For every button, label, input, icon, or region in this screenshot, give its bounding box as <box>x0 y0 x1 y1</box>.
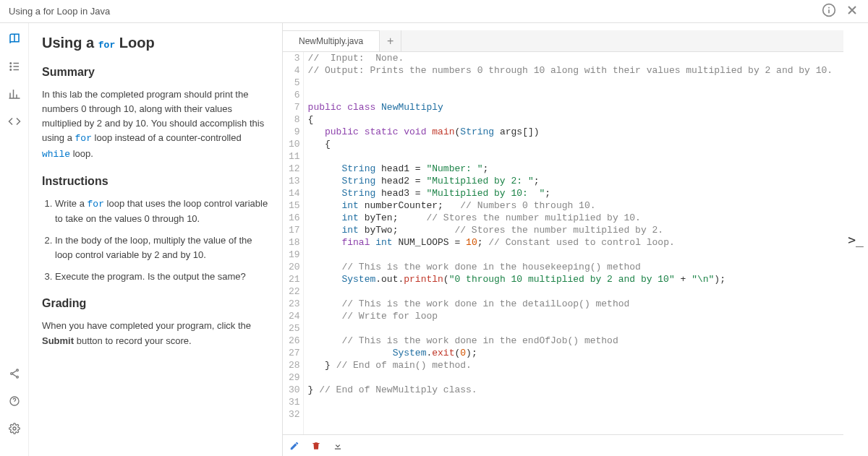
code-line[interactable]: // This is the work done in the housekee… <box>308 261 833 273</box>
summary-text: In this lab the completed program should… <box>42 87 269 162</box>
terminal-toggle-icon[interactable]: >_ <box>848 232 864 247</box>
line-number: 12 <box>289 163 300 175</box>
code-line[interactable] <box>308 408 833 421</box>
code-line[interactable]: // Input: None. <box>308 52 833 64</box>
line-number: 20 <box>289 261 300 273</box>
code-line[interactable]: int byTwo; // Stores the number multipli… <box>308 224 833 236</box>
instruction-step: Write a for loop that uses the loop cont… <box>55 197 269 226</box>
info-icon[interactable] <box>822 3 836 20</box>
line-number: 7 <box>289 101 300 113</box>
code-line[interactable] <box>308 77 833 89</box>
code-editor[interactable]: 3456789101112131415161718192021222324252… <box>283 52 843 434</box>
line-number: 17 <box>289 224 300 236</box>
code-line[interactable]: public static void main(String args[]) <box>308 126 833 138</box>
code-line[interactable]: // This is the work done in the endOfJob… <box>308 335 833 347</box>
svg-point-1 <box>10 63 12 64</box>
line-number: 3 <box>289 52 300 64</box>
code-line[interactable]: } // End of NewMultiply class. <box>308 384 833 396</box>
share-icon[interactable] <box>7 366 22 381</box>
code-line[interactable]: int byTen; // Stores the number multipli… <box>308 212 833 224</box>
line-number: 18 <box>289 236 300 249</box>
code-line[interactable]: final int NUM_LOOPS = 10; // Constant us… <box>308 236 833 249</box>
instructions-panel: Using a for Loop Summary In this lab the… <box>29 23 282 456</box>
line-number: 9 <box>289 126 300 138</box>
code-line[interactable]: // Write for loop <box>308 310 833 322</box>
code-line[interactable] <box>308 396 833 408</box>
list-icon[interactable] <box>7 59 22 74</box>
code-line[interactable]: System.out.println("0 through 10 multipl… <box>308 273 833 285</box>
code-line[interactable] <box>308 249 833 261</box>
editor-pane: NewMultiply.java + 345678910111213141516… <box>282 23 843 456</box>
edit-icon[interactable] <box>289 440 300 452</box>
grading-text: When you have completed your program, cl… <box>42 319 269 348</box>
line-number: 8 <box>289 113 300 126</box>
help-icon[interactable] <box>7 394 22 408</box>
svg-point-4 <box>16 369 18 371</box>
page-title: Using a for Loop in Java <box>9 6 110 17</box>
line-number: 23 <box>289 298 300 310</box>
line-number: 31 <box>289 396 300 408</box>
code-line[interactable]: int numberCounter; // Numbers 0 through … <box>308 199 833 212</box>
line-number: 19 <box>289 249 300 261</box>
code-line[interactable]: { <box>308 113 833 126</box>
line-number: 5 <box>289 77 300 89</box>
line-number: 6 <box>289 89 300 101</box>
svg-point-6 <box>16 376 18 378</box>
code-line[interactable]: String head3 = "Multiplied by 10: "; <box>308 187 833 199</box>
book-icon[interactable] <box>7 32 22 46</box>
line-number: 27 <box>289 347 300 359</box>
trash-icon[interactable] <box>310 440 322 452</box>
svg-point-2 <box>10 66 12 67</box>
code-line[interactable]: String head2 = "Multiplied by 2: "; <box>308 175 833 187</box>
add-tab-button[interactable]: + <box>380 30 401 51</box>
line-number: 15 <box>289 199 300 212</box>
code-icon[interactable] <box>7 114 22 129</box>
line-number: 16 <box>289 212 300 224</box>
code-line[interactable]: public class NewMultiply <box>308 101 833 113</box>
code-line[interactable]: // Output: Prints the numbers 0 through … <box>308 64 833 77</box>
line-number: 10 <box>289 138 300 150</box>
code-line[interactable] <box>308 150 833 163</box>
code-line[interactable]: { <box>308 138 833 150</box>
sidebar <box>0 23 29 456</box>
svg-point-5 <box>10 373 12 375</box>
line-number: 4 <box>289 64 300 77</box>
code-line[interactable]: // This is the work done in the detailLo… <box>308 298 833 310</box>
line-number: 29 <box>289 371 300 384</box>
line-number: 21 <box>289 273 300 285</box>
line-number: 28 <box>289 359 300 371</box>
code-line[interactable] <box>308 322 833 335</box>
code-line[interactable]: } // End of main() method. <box>308 359 833 371</box>
instruction-step: Execute the program. Is the output the s… <box>55 270 269 284</box>
code-line[interactable] <box>308 371 833 384</box>
summary-heading: Summary <box>42 66 269 79</box>
code-line[interactable] <box>308 89 833 101</box>
svg-point-8 <box>13 427 16 430</box>
line-number: 14 <box>289 187 300 199</box>
editor-toolbar <box>283 434 843 456</box>
instructions-heading: Instructions <box>42 175 269 188</box>
line-number: 11 <box>289 150 300 163</box>
instruction-step: In the body of the loop, multiply the va… <box>55 233 269 262</box>
code-line[interactable]: System.exit(0); <box>308 347 833 359</box>
line-number: 32 <box>289 408 300 421</box>
line-number: 25 <box>289 322 300 335</box>
file-tab[interactable]: NewMultiply.java <box>283 30 380 51</box>
grading-heading: Grading <box>42 297 269 310</box>
lesson-title: Using a for Loop <box>42 35 269 51</box>
line-number: 13 <box>289 175 300 187</box>
settings-icon[interactable] <box>7 421 22 436</box>
chart-icon[interactable] <box>7 87 22 101</box>
code-line[interactable]: String head1 = "Number: "; <box>308 163 833 175</box>
line-number: 22 <box>289 285 300 298</box>
svg-point-3 <box>10 69 12 71</box>
line-number: 24 <box>289 310 300 322</box>
download-icon[interactable] <box>332 440 344 452</box>
tab-bar: NewMultiply.java + <box>283 30 843 52</box>
line-number: 30 <box>289 384 300 396</box>
line-number: 26 <box>289 335 300 347</box>
close-icon[interactable] <box>845 3 859 20</box>
code-line[interactable] <box>308 285 833 298</box>
